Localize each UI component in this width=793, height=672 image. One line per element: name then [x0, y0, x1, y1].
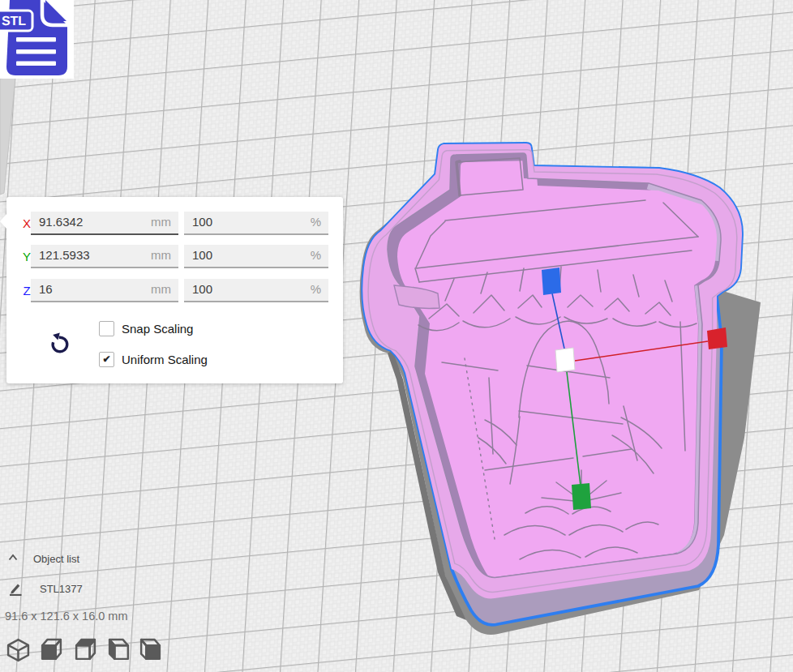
- z-size-field[interactable]: 16 mm: [31, 279, 178, 302]
- scale-row-x: X 91.6342 mm 100 %: [6, 212, 343, 237]
- stl-badge-label: STL: [2, 15, 26, 28]
- z-percent-unit: %: [311, 282, 321, 296]
- y-size-field[interactable]: 121.5933 mm: [31, 245, 178, 268]
- x-size-value: 91.6342: [39, 215, 83, 229]
- application-window: STL X 91.6342 mm 100 % Y 121.5933 mm 100…: [0, 0, 793, 672]
- snap-scaling-label: Snap Scaling: [122, 322, 193, 336]
- scale-row-y: Y 121.5933 mm 100 %: [6, 245, 343, 270]
- z-percent-value: 100: [192, 282, 212, 296]
- cube-face: [114, 645, 128, 659]
- cube-glyph: [76, 640, 95, 659]
- cube-glyph: [8, 640, 28, 661]
- scale-handle-x[interactable]: [707, 327, 727, 349]
- document-text-line: [16, 49, 56, 54]
- z-size-value: 16: [39, 282, 53, 296]
- pencil-body: [11, 584, 19, 594]
- cube-glyph: [42, 640, 61, 659]
- cube-glyph: [141, 640, 160, 659]
- y-percent-value: 100: [192, 248, 212, 262]
- uniform-scaling-label: Uniform Scaling: [122, 353, 208, 366]
- object-list-title[interactable]: Object list: [33, 553, 79, 565]
- cube-face: [146, 645, 160, 659]
- scale-handle-z[interactable]: [542, 268, 561, 295]
- reset-arrow-head: [53, 333, 60, 340]
- reset-scale-button[interactable]: [49, 332, 70, 357]
- cube-face: [141, 640, 146, 659]
- x-percent-value: 100: [192, 215, 212, 229]
- x-size-unit: mm: [151, 215, 171, 229]
- view-top-button[interactable]: [73, 637, 98, 662]
- y-size-value: 121.5933: [39, 248, 90, 262]
- snap-scaling-checkbox[interactable]: [99, 321, 114, 336]
- cube-face: [76, 645, 90, 659]
- view-right-button[interactable]: [138, 637, 163, 662]
- document-icon: [0, 0, 68, 75]
- x-percent-unit: %: [311, 215, 321, 229]
- cube-face: [8, 645, 28, 661]
- cube-face: [42, 645, 56, 659]
- y-percent-unit: %: [311, 248, 321, 262]
- document-text-line: [16, 37, 56, 42]
- y-size-unit: mm: [151, 248, 171, 262]
- object-list-item[interactable]: STL1377: [40, 583, 83, 595]
- x-size-field[interactable]: 91.6342 mm: [31, 212, 178, 235]
- view-3d-button[interactable]: [6, 637, 31, 662]
- reset-arrow-arc: [53, 337, 67, 352]
- cube-glyph: [109, 640, 128, 659]
- z-size-unit: mm: [151, 282, 171, 296]
- uniform-scaling-checkbox[interactable]: ✔: [99, 352, 114, 367]
- cube-face: [56, 640, 61, 659]
- scale-handle-center[interactable]: [555, 348, 575, 372]
- x-percent-field[interactable]: 100 %: [184, 212, 328, 235]
- stl-file-icon[interactable]: STL: [0, 0, 74, 79]
- document-fold-corner: [45, 0, 66, 21]
- caret-up-shape: [10, 555, 17, 560]
- scale-row-z: Z 16 mm 100 %: [6, 279, 343, 304]
- model-dimensions-label: 91.6 x 121.6 x 16.0 mm: [5, 610, 128, 623]
- view-front-button[interactable]: [39, 637, 64, 662]
- document-text-line: [16, 62, 56, 66]
- z-percent-field[interactable]: 100 %: [184, 279, 328, 302]
- view-left-button[interactable]: [106, 637, 131, 662]
- scale-handle-y[interactable]: [572, 483, 591, 510]
- object-list-collapse-icon[interactable]: [8, 554, 18, 561]
- edit-pencil-icon[interactable]: [9, 580, 24, 596]
- panel-arrow-notch: [0, 214, 6, 229]
- y-percent-field[interactable]: 100 %: [184, 245, 328, 268]
- scale-tool-panel: X 91.6342 mm 100 % Y 121.5933 mm 100 % Z…: [6, 197, 343, 383]
